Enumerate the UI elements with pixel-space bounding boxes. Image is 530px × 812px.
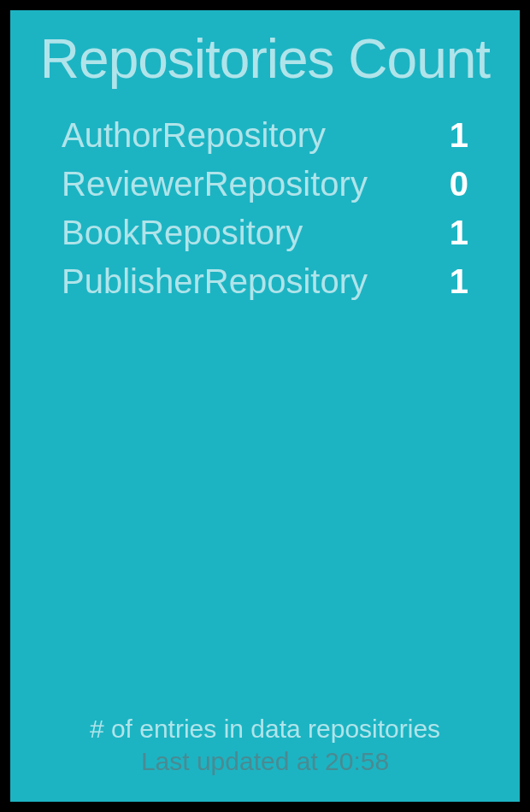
repository-count: 0 (450, 165, 468, 203)
repository-label: AuthorRepository (62, 116, 326, 155)
card-title: Repositories Count (36, 27, 494, 91)
repository-count: 1 (450, 116, 468, 155)
list-item: AuthorRepository 1 (62, 116, 468, 155)
repositories-count-card: Repositories Count AuthorRepository 1 Re… (10, 10, 520, 802)
list-item: BookRepository 1 (62, 214, 468, 252)
repository-list: AuthorRepository 1 ReviewerRepository 0 … (36, 116, 494, 715)
repository-count: 1 (450, 214, 468, 252)
card-subtitle: # of entries in data repositories (36, 715, 494, 744)
list-item: PublisherRepository 1 (62, 262, 468, 301)
list-item: ReviewerRepository 0 (62, 165, 468, 203)
repository-label: ReviewerRepository (62, 165, 368, 203)
repository-count: 1 (450, 262, 468, 301)
repository-label: BookRepository (62, 214, 303, 252)
repository-label: PublisherRepository (62, 262, 368, 301)
card-footer: # of entries in data repositories Last u… (36, 715, 494, 776)
last-updated: Last updated at 20:58 (36, 747, 494, 776)
